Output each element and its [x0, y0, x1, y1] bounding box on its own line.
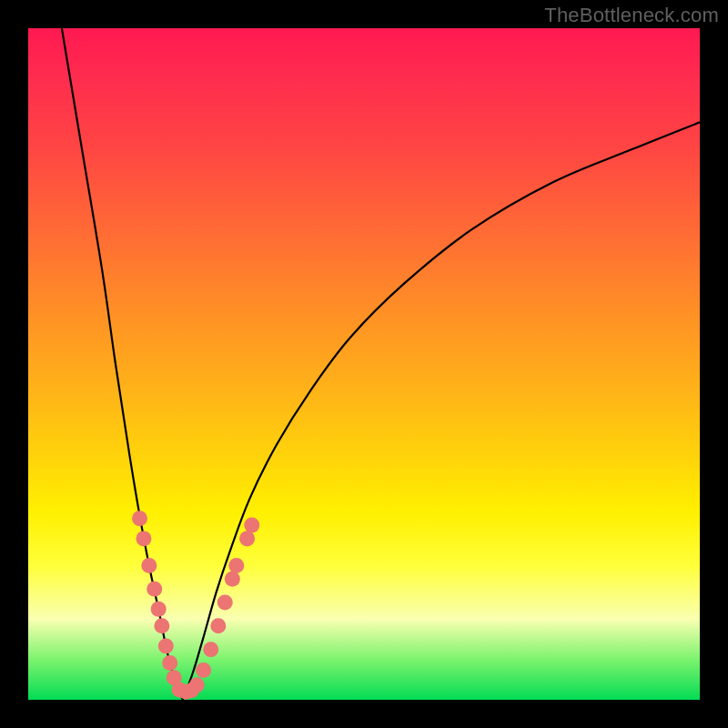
watermark-text: TheBottleneck.com — [544, 4, 719, 27]
right-curve — [183, 122, 700, 700]
data-point — [151, 602, 167, 617]
data-point — [162, 655, 177, 671]
data-point — [225, 571, 240, 587]
plot-area — [28, 28, 700, 700]
chart-svg — [28, 28, 700, 700]
data-point — [147, 581, 162, 597]
left-curve — [62, 28, 183, 700]
data-point — [210, 618, 226, 633]
highlighted-points — [132, 511, 259, 699]
data-point — [228, 558, 244, 573]
data-point — [154, 618, 169, 633]
data-point — [132, 511, 147, 526]
data-point — [196, 662, 211, 678]
data-point — [244, 518, 259, 533]
data-point — [217, 594, 233, 610]
data-point — [203, 642, 218, 657]
data-point — [136, 531, 151, 546]
data-point — [189, 677, 205, 693]
data-point — [158, 638, 174, 653]
chart-frame: TheBottleneck.com — [0, 0, 728, 728]
data-point — [141, 558, 157, 573]
data-point — [239, 531, 255, 546]
